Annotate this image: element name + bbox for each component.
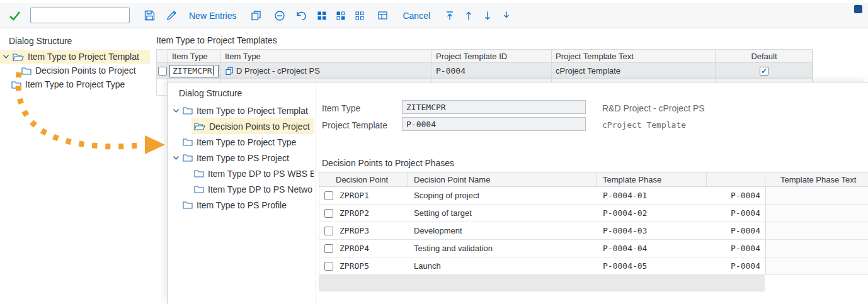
tree-item-label: Item Type DP to PS Netwo	[208, 184, 312, 194]
next-page-icon	[482, 10, 493, 21]
detail-inset: Dialog Structure Item Type to Project Te…	[167, 82, 868, 304]
table-row[interactable]: ZPROP2 Setting of target P-0004-02 P-000…	[319, 205, 868, 222]
item-type-name: D Project - cProject PS	[236, 66, 320, 76]
decision-point-name: Setting of target	[408, 205, 597, 222]
tree-item-item-type-to-project-templates[interactable]: Item Type to Project Templat	[168, 103, 314, 118]
sap-customizing-screen: New Entries Cancel	[0, 0, 868, 304]
decision-point-name: Scoping of project	[408, 187, 597, 204]
tree-item-decision-points-to-project[interactable]: Decision Points to Project	[0, 64, 150, 77]
deselect-all-button[interactable]	[354, 10, 365, 21]
template-id: P-0004	[707, 222, 765, 239]
folder-icon	[194, 185, 204, 193]
table-row[interactable]: ZPROP4 Testing and validation P-0004-04 …	[319, 240, 868, 257]
last-page-icon	[501, 10, 512, 21]
table-row-empty[interactable]	[319, 275, 765, 291]
folder-icon	[194, 169, 204, 177]
previous-page-button[interactable]	[463, 10, 474, 21]
last-page-button[interactable]	[501, 10, 512, 21]
tree-item-item-type-dp-to-ps-wbs[interactable]: Item Type DP to PS WBS E	[168, 166, 314, 181]
template-id: P-0004	[707, 187, 765, 204]
tree-item-label: Item Type to Project Templat	[197, 106, 308, 116]
table-row[interactable]: ZPROP1 Scoping of project P-0004-01 P-00…	[319, 187, 868, 205]
default-cell: ✓	[716, 63, 813, 79]
row-select-checkbox[interactable]	[324, 191, 333, 200]
decision-points-section-title: Decision Points to Project Phases	[322, 158, 454, 168]
default-checkbox[interactable]: ✓	[760, 67, 768, 76]
decision-point: ZPROP2	[333, 208, 369, 218]
table-view-combobox[interactable]	[30, 8, 130, 23]
tree-item-label: Item Type to Project Type	[197, 137, 296, 147]
undo-icon	[295, 9, 307, 21]
project-template-field[interactable]: P-0004	[402, 117, 586, 131]
display-change-button[interactable]	[166, 9, 178, 21]
tree-item-item-type-to-ps-profile[interactable]: Item Type to PS Profile	[168, 197, 314, 213]
column-header: Decision Point Name	[408, 172, 597, 186]
decision-point: ZPROP5	[333, 261, 369, 271]
row-select-checkbox[interactable]	[324, 244, 333, 253]
table-header-row: Decision Point Decision Point Name Templ…	[319, 172, 868, 187]
select-block-button[interactable]	[335, 10, 346, 21]
app-corner-icon	[854, 5, 862, 13]
row-select-checkbox[interactable]	[324, 262, 333, 271]
column-header: Item Type	[221, 50, 432, 62]
column-header: Template Phase Text	[765, 172, 868, 186]
text-caret	[213, 66, 214, 76]
item-type-input[interactable]: ZITEMCPR	[169, 65, 219, 77]
folder-icon	[183, 106, 193, 115]
decision-point: ZPROP3	[333, 226, 369, 235]
template-phase: P-0004-02	[597, 205, 707, 222]
project-template-id-cell: P-0004	[432, 63, 552, 79]
item-type-field[interactable]: ZITEMCPR	[402, 100, 586, 114]
table-row[interactable]: ZPROP3 Development P-0004-03 P-0004	[319, 222, 868, 240]
template-phase-text	[765, 257, 868, 274]
template-id: P-0004	[707, 240, 765, 257]
copy-icon	[250, 9, 262, 21]
tree-item-label: Decision Points to Project	[209, 121, 310, 132]
tree-item-label: Item Type to Project Type	[25, 79, 125, 89]
tree-item-item-type-to-project-type[interactable]: Item Type to Project Type	[168, 134, 314, 150]
delete-row-button[interactable]	[273, 9, 286, 22]
copy-entries-button[interactable]	[250, 9, 262, 21]
template-id: P-0004	[707, 257, 765, 274]
combobox-input[interactable]	[14, 8, 125, 23]
save-button[interactable]	[144, 9, 156, 21]
tree-item-decision-points-to-project-phases[interactable]: Decision Points to Project	[191, 118, 314, 134]
tree-item-item-type-to-project-templates[interactable]: Item Type to Project Templat	[0, 50, 150, 64]
decision-point-name: Testing and validation	[408, 240, 597, 257]
select-all-button[interactable]	[316, 10, 328, 21]
tree-item-label: Item Type DP to PS WBS E	[208, 169, 314, 179]
next-page-button[interactable]	[482, 10, 493, 21]
cancel-button[interactable]: Cancel	[403, 11, 430, 21]
row-select-cell	[157, 63, 168, 79]
collapse-chevron-icon[interactable]	[173, 108, 180, 113]
details-button[interactable]	[377, 9, 389, 21]
decision-point: ZPROP1	[333, 191, 369, 200]
decision-points-table: Decision Point Decision Point Name Templ…	[319, 172, 868, 275]
select-block-icon	[335, 10, 346, 21]
table-row[interactable]: ZPROP5 Launch P-0004-05 P-0004	[319, 257, 868, 275]
toolbar: New Entries Cancel	[0, 3, 868, 28]
template-phase: P-0004-03	[597, 222, 707, 239]
minus-circle-icon	[273, 9, 286, 22]
collapse-chevron-icon[interactable]	[3, 54, 9, 59]
tree-item-item-type-to-ps-project[interactable]: Item Type to PS Project	[168, 150, 314, 166]
tree-item-label: Item Type to PS Project	[197, 153, 289, 163]
first-page-button[interactable]	[444, 10, 455, 21]
tree-item-item-type-to-project-type[interactable]: Item Type to Project Type	[0, 77, 150, 91]
dialog-structure-title: Dialog Structure	[9, 36, 72, 46]
column-header-blank	[707, 172, 765, 186]
item-type-cell: ZITEMCPR	[168, 63, 221, 79]
template-phase-text	[765, 222, 868, 239]
row-select-checkbox[interactable]	[324, 227, 333, 235]
tree-item-item-type-dp-to-ps-network[interactable]: Item Type DP to PS Netwo	[168, 181, 314, 197]
collapse-chevron-icon[interactable]	[173, 155, 180, 160]
item-type-value: ZITEMCPR	[173, 66, 212, 76]
tree-item-label: Item Type to Project Templat	[28, 52, 139, 62]
select-all-icon	[316, 10, 328, 21]
new-entries-button[interactable]: New Entries	[189, 11, 236, 21]
undo-button[interactable]	[295, 9, 307, 21]
table-row[interactable]: ZITEMCPR D Project - cProject PS P-0004 …	[156, 63, 813, 79]
template-phase: P-0004-04	[597, 240, 707, 257]
row-select-checkbox[interactable]	[158, 67, 167, 76]
row-select-checkbox[interactable]	[324, 209, 333, 218]
